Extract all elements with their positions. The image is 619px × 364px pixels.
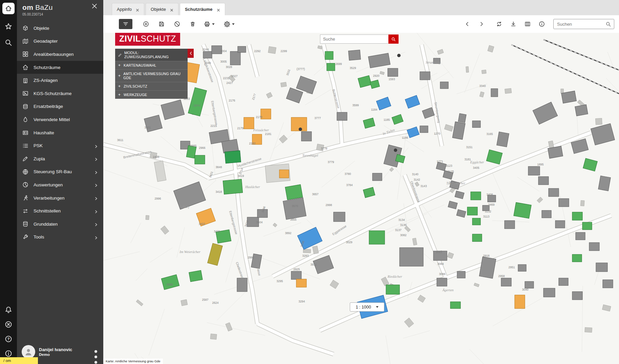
sidebar-item-zs-anlagen[interactable]: ZS-Anlagen [17, 74, 103, 87]
sidebar-item-arealueberbauungen[interactable]: Arealüberbauungen [17, 48, 103, 61]
sidebar-item-auswertungen[interactable]: Auswertungen [17, 178, 103, 191]
svg-text:2985: 2985 [190, 144, 197, 147]
table-columns-icon [524, 21, 531, 27]
svg-text:2427: 2427 [227, 81, 233, 85]
panel-section-amtliche-vermessung[interactable]: +AMTLICHE VERMESSUNG GRAU GDE [115, 69, 188, 82]
svg-text:3780: 3780 [345, 172, 351, 176]
svg-text:3125: 3125 [448, 170, 454, 173]
chevron-right-icon [94, 222, 98, 226]
sidebar: om BaZu 05.00.230714 Objekte Geoadapter … [17, 0, 103, 364]
sidebar-item-zupla[interactable]: Zupla [17, 152, 103, 165]
sidebar-item-objekte[interactable]: Objekte [17, 22, 103, 35]
icon-rail: ? [0, 0, 17, 364]
svg-text:3294: 3294 [299, 300, 305, 303]
module-title-row[interactable]: MODUL: ZUWEISUNGSPLANUNG [115, 49, 188, 61]
map-search [320, 35, 399, 44]
svg-text:2874: 2874 [194, 104, 200, 107]
svg-text:3418: 3418 [216, 190, 222, 194]
svg-text:3599: 3599 [353, 104, 359, 107]
tab-close-icon[interactable] [217, 8, 220, 11]
svg-text:3004: 3004 [220, 49, 227, 53]
chevron-left-icon [189, 51, 192, 55]
home-button[interactable] [2, 3, 15, 14]
notifications-button[interactable] [4, 306, 13, 314]
svg-text:1184: 1184 [371, 108, 378, 111]
print-button[interactable] [204, 21, 215, 28]
sidebar-item-verwendete-mittel[interactable]: Verwendete Mittel [17, 113, 103, 126]
favorites-button[interactable] [4, 22, 13, 30]
help-button[interactable]: ? [4, 335, 13, 343]
svg-text:3113: 3113 [483, 215, 490, 218]
filter-list-button[interactable] [119, 19, 132, 29]
cancel-button[interactable] [172, 19, 182, 29]
svg-text:2587: 2587 [202, 298, 209, 301]
svg-text:Dorf: Dorf [182, 205, 190, 209]
download-button[interactable] [509, 19, 518, 29]
save-button[interactable] [157, 19, 166, 29]
search-icon[interactable] [605, 21, 611, 27]
sidebar-item-haushalte[interactable]: Haushalte [17, 126, 103, 139]
svg-text:3005: 3005 [220, 60, 227, 63]
panel-section-kartenauswahl[interactable]: +KARTENAUSWAHL [115, 61, 188, 69]
svg-text:3137: 3137 [395, 228, 402, 232]
svg-text:2176: 2176 [229, 99, 235, 102]
user-menu-button[interactable] [93, 349, 99, 355]
panel-section-werkzeuge[interactable]: +WERKZEUGE [115, 90, 188, 99]
previous-button[interactable] [463, 19, 472, 29]
info-button[interactable] [537, 19, 547, 29]
map-search-button[interactable] [388, 35, 399, 44]
map-viewport[interactable]: 2244300422922299224930053028269935292920… [103, 33, 619, 364]
cube-icon [22, 25, 28, 31]
sidebar-item-geoadapter[interactable]: Geoadapter [17, 35, 103, 48]
sidebar-item-verarbeitungen[interactable]: Verarbeitungen [17, 191, 103, 205]
sidebar-close-button[interactable] [91, 3, 98, 9]
map-search-input[interactable] [320, 35, 388, 44]
svg-text:?: ? [7, 337, 10, 341]
sidebar-item-grunddaten[interactable]: Grunddaten [17, 218, 103, 231]
sidebar-item-kgs-schutzraeume[interactable]: KGS-Schutzräume [17, 87, 103, 100]
svg-text:1185: 1185 [384, 118, 390, 121]
map-scale-select[interactable]: 1 : 1000 [350, 302, 384, 312]
panel-collapse-button[interactable] [188, 49, 194, 58]
sidebar-item-schutzraeume[interactable]: Schutzräume [17, 61, 103, 74]
settings-button[interactable] [223, 21, 235, 28]
tab-appinfo[interactable]: Appinfo [112, 3, 144, 15]
add-button[interactable] [141, 19, 151, 29]
svg-text:1270: 1270 [434, 132, 441, 135]
svg-text:3084: 3084 [437, 262, 444, 266]
tab-schutzraeume[interactable]: Schutzräume [180, 3, 225, 15]
sidebar-item-psk[interactable]: PSK [17, 139, 103, 152]
dismiss-all-button[interactable] [4, 320, 13, 328]
sidebar-item-tools[interactable]: Tools [17, 231, 103, 244]
tab-close-icon[interactable] [170, 8, 173, 11]
svg-text:3911: 3911 [311, 263, 317, 266]
next-button[interactable] [477, 19, 486, 29]
delete-button[interactable] [188, 19, 197, 29]
svg-text:Eggstrasse: Eggstrasse [332, 224, 347, 236]
toolbar-search-input[interactable] [556, 21, 603, 27]
sidebar-item-schnittstellen[interactable]: Schnittstellen [17, 204, 103, 218]
global-search-button[interactable] [4, 39, 13, 47]
about-button[interactable] [4, 349, 13, 358]
svg-text:3529: 3529 [350, 66, 356, 70]
svg-text:3142: 3142 [414, 178, 420, 181]
panel-section-zivilschutz[interactable]: +ZIVILSCHUTZ [115, 82, 188, 90]
svg-text:3469: 3469 [488, 203, 495, 206]
svg-text:2292: 2292 [254, 49, 261, 53]
svg-text:3140: 3140 [412, 173, 419, 176]
app-window: ? om BaZu 05.00.230714 Objekte Geoadapte… [0, 0, 619, 364]
svg-text:2925: 2925 [294, 268, 300, 271]
sidebar-item-steuerung-sr-bau[interactable]: Steuerung SR-Bau [17, 165, 103, 179]
columns-button[interactable] [523, 19, 532, 29]
checklist-icon [22, 143, 28, 149]
svg-text:Huslächer: Huslächer [245, 185, 260, 189]
svg-text:3778: 3778 [321, 147, 327, 150]
sidebar-item-ersatzbeitraege[interactable]: Ersatzbeiträge [17, 100, 103, 113]
tab-objekte[interactable]: Objekte [146, 3, 178, 15]
refresh-icon [496, 21, 503, 27]
svg-text:3134: 3134 [399, 218, 405, 222]
svg-text:2699: 2699 [336, 62, 342, 66]
svg-text:3143: 3143 [421, 184, 427, 188]
tab-close-icon[interactable] [136, 8, 139, 11]
refresh-button[interactable] [494, 19, 504, 29]
